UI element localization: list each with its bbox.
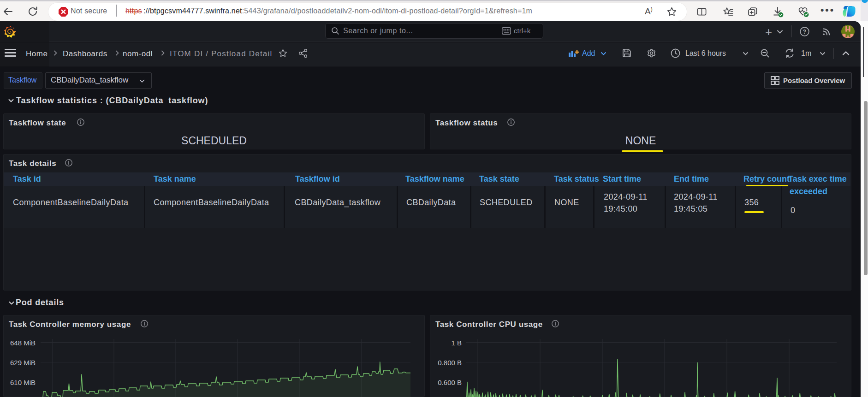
svg-text:?: ? <box>803 29 806 35</box>
